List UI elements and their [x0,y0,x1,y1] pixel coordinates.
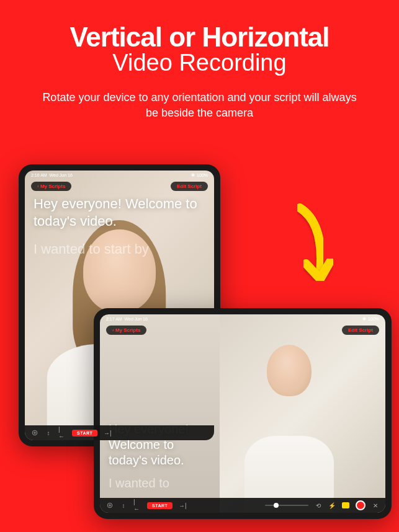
close-icon[interactable]: ✕ [372,502,379,509]
rotate-arrow-icon [266,198,334,310]
top-pills-landscape: ‹ My Scripts Edit Script [100,326,385,335]
flip-camera-icon[interactable]: ⟲ [315,502,322,509]
camera-viewport-landscape: Hey everyone! Welcome to today's video. … [100,314,385,513]
script-secondary-line-landscape: I wanted to [109,476,211,491]
toolbar-portrait: ↕ |← START →| [25,425,214,440]
edit-script-button-landscape[interactable]: Edit Script [342,326,379,335]
device-screen-landscape: Hey everyone! Welcome to today's video. … [100,314,385,513]
status-battery: 100% [197,173,208,177]
camera-panel [220,314,385,513]
wifi-icon: ◉ [191,172,195,177]
teleprompter-panel: Hey everyone! Welcome to today's video. … [100,314,220,513]
toolbar-landscape: ↕ |← START →| ⟲ ⚡ ✕ [100,498,385,513]
start-button[interactable]: START [72,430,97,437]
device-landscape: Hey everyone! Welcome to today's video. … [94,308,392,519]
status-date-landscape: Wed Jun 16 [125,317,148,321]
description-text: Rotate your device to any orientation an… [0,90,399,121]
skip-forward-icon[interactable]: →| [179,502,186,509]
status-time: 2:16 AM [31,173,47,177]
title-sub: Video Recording [0,50,399,76]
skip-back-icon[interactable]: |← [58,429,66,437]
my-scripts-button-landscape[interactable]: ‹ My Scripts [106,326,146,335]
status-bar: 2:16 AM Wed Jun 16 ◉ 100% [25,171,214,179]
svg-point-3 [107,503,112,508]
status-time-landscape: 2:17 AM [106,317,122,321]
quality-badge[interactable] [342,502,349,508]
exposure-slider[interactable] [265,505,308,506]
status-battery-landscape: 100% [368,317,379,321]
edit-script-button[interactable]: Edit Script [171,182,208,191]
status-date: Wed Jun 16 [50,173,73,177]
settings-icon[interactable] [106,502,114,509]
skip-forward-icon[interactable]: →| [104,429,111,437]
svg-point-2 [109,505,111,507]
arrows-icon[interactable]: ↕ [45,429,52,437]
settings-icon[interactable] [31,429,38,437]
top-pills: ‹ My Scripts Edit Script [25,182,214,191]
wifi-icon: ◉ [362,316,366,321]
svg-point-0 [34,432,36,434]
flash-icon[interactable]: ⚡ [328,502,336,509]
person-placeholder-landscape [240,330,339,513]
script-primary-line: Hey everyone! Welcome to today's video. [34,195,205,229]
my-scripts-button[interactable]: ‹ My Scripts [31,182,71,191]
status-bar-landscape: 2:17 AM Wed Jun 16 ◉ 100% [100,314,385,323]
teleprompter-overlay: Hey everyone! Welcome to today's video. … [34,195,205,258]
start-button-landscape[interactable]: START [147,502,173,509]
skip-back-icon[interactable]: |← [133,502,141,509]
arrows-icon[interactable]: ↕ [120,502,127,509]
title-main: Vertical or Horizontal [0,22,399,53]
svg-point-1 [32,430,37,435]
script-secondary-line: I wanted to start by [34,241,205,258]
record-button[interactable] [356,500,365,510]
promo-header: Vertical or Horizontal Video Recording R… [0,0,399,121]
